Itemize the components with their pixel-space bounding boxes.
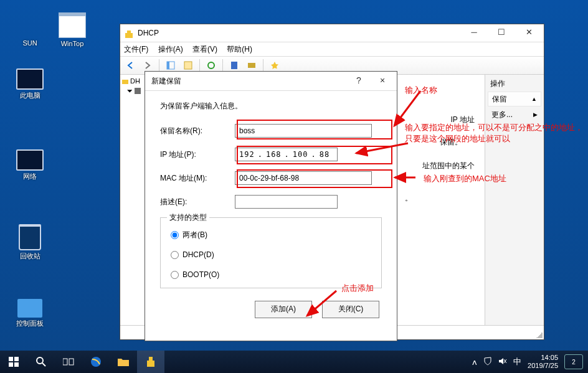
tray-security-icon[interactable] xyxy=(483,357,492,367)
tree-root: DH xyxy=(130,77,140,85)
label-mac-address: MAC 地址(M): xyxy=(160,173,235,184)
maximize-button[interactable]: ☐ xyxy=(488,25,515,41)
desktop-icon-label: 回收站 xyxy=(20,252,40,260)
svg-rect-1 xyxy=(127,31,131,33)
notification-center-button[interactable]: 2 xyxy=(564,354,583,369)
mac-address-input[interactable] xyxy=(235,171,372,185)
supported-types-group: 支持的类型 两者(B) DHCP(D) BOOTP(O) xyxy=(160,217,382,288)
desktop-icon-recycle-bin[interactable]: 回收站 xyxy=(11,224,49,261)
svg-rect-6 xyxy=(231,62,237,69)
windows-icon xyxy=(9,357,19,367)
close-button[interactable]: 关闭(C) xyxy=(322,301,379,318)
radio-both[interactable] xyxy=(171,231,179,239)
menu-help[interactable]: 帮助(H) xyxy=(227,45,252,54)
actions-pane: 操作 保留 ▲ 更多... ▶ xyxy=(485,75,544,328)
taskbar-explorer[interactable] xyxy=(110,351,137,373)
ip-octet-3[interactable]: 100 xyxy=(293,150,308,159)
menu-view[interactable]: 查看(V) xyxy=(192,45,217,54)
desktop-icon-control-panel[interactable]: 控制面板 xyxy=(11,299,49,328)
radio-both-label: 两者(B) xyxy=(183,230,207,240)
group-legend: 支持的类型 xyxy=(167,212,209,223)
taskbar: ʌ 中 14:05 2019/7/25 2 xyxy=(0,351,588,373)
new-reservation-dialog: 新建保留 ? × 为保留客户端输入信息。 保留名称(R): IP 地址(P): … xyxy=(145,71,397,341)
svg-rect-16 xyxy=(63,359,67,365)
svg-point-5 xyxy=(208,62,214,68)
ip-address-input[interactable]: 192. 168. 100. 88 xyxy=(235,148,338,161)
desktop-icon-network[interactable]: 网络 xyxy=(11,149,49,181)
nav-back-button[interactable] xyxy=(123,58,138,73)
svg-rect-9 xyxy=(135,88,141,94)
actions-item-reserve[interactable]: 保留 ▲ xyxy=(488,92,541,106)
ip-octet-4[interactable]: 88 xyxy=(320,150,330,159)
label-reservation-name: 保留名称(R): xyxy=(160,126,235,136)
ie-icon xyxy=(90,356,102,368)
tray-overflow-icon[interactable]: ʌ xyxy=(472,357,477,367)
desktop-icon-sun[interactable]: SUN xyxy=(11,12,49,47)
tree-expand-icon[interactable]: ⏷ xyxy=(126,87,133,95)
tray-ime-indicator[interactable]: 中 xyxy=(513,356,521,367)
start-button[interactable] xyxy=(0,351,27,373)
notification-count: 2 xyxy=(572,359,576,366)
dialog-close-button[interactable]: × xyxy=(371,73,394,89)
dialog-title: 新建保留 xyxy=(151,76,347,87)
menu-action[interactable]: 操作(A) xyxy=(158,45,183,54)
svg-rect-12 xyxy=(9,362,13,367)
task-view-icon xyxy=(63,357,74,366)
desktop-icon-label: 此电脑 xyxy=(20,92,40,99)
svg-rect-19 xyxy=(147,361,154,367)
search-icon xyxy=(36,356,47,367)
taskbar-dhcp-app[interactable] xyxy=(137,351,164,373)
server-icon xyxy=(135,88,141,94)
desktop-icon-wintop[interactable]: WinTop xyxy=(54,12,91,48)
radio-dhcp-label: DHCP(D) xyxy=(183,250,214,259)
svg-rect-3 xyxy=(167,62,169,69)
desktop-icon-this-pc[interactable]: 此电脑 xyxy=(11,68,49,100)
clock-date: 2019/7/25 xyxy=(528,362,558,370)
chevron-right-icon: ▶ xyxy=(533,108,538,121)
add-button[interactable]: 添加(A) xyxy=(255,301,312,318)
label-description: 描述(E): xyxy=(160,197,235,207)
svg-rect-20 xyxy=(149,357,153,361)
folder-icon xyxy=(59,12,86,38)
svg-rect-8 xyxy=(122,80,128,84)
task-view-button[interactable] xyxy=(55,351,82,373)
svg-point-18 xyxy=(91,357,101,367)
desktop-icon-label: 网络 xyxy=(23,172,37,180)
radio-bootp[interactable] xyxy=(171,271,179,279)
minimize-button[interactable]: ─ xyxy=(460,25,488,41)
menu-bar: 文件(F) 操作(A) 查看(V) 帮助(H) xyxy=(120,42,544,57)
actions-pane-title: 操作 xyxy=(488,77,541,90)
radio-bootp-label: BOOTP(O) xyxy=(183,270,219,279)
dialog-info-text: 为保留客户端输入信息。 xyxy=(160,101,382,111)
dialog-help-button[interactable]: ? xyxy=(347,73,371,89)
svg-rect-0 xyxy=(125,33,133,38)
close-button[interactable]: ✕ xyxy=(515,25,543,41)
radio-dhcp[interactable] xyxy=(171,251,179,259)
taskbar-ie[interactable] xyxy=(82,351,110,373)
expand-up-icon: ▲ xyxy=(531,92,537,106)
center-scope-text: 址范围中的某个 xyxy=(422,158,475,173)
taskbar-clock[interactable]: 14:05 2019/7/25 xyxy=(528,354,558,370)
dhcp-titlebar[interactable]: DHCP ─ ☐ ✕ xyxy=(120,24,544,42)
description-input[interactable] xyxy=(235,195,338,209)
dhcp-app-icon xyxy=(124,28,134,38)
svg-rect-10 xyxy=(9,357,13,361)
reservation-name-input[interactable] xyxy=(235,124,372,138)
svg-rect-7 xyxy=(248,63,255,68)
svg-rect-17 xyxy=(69,359,74,365)
center-reserve-text: 保留。 xyxy=(440,135,462,149)
actions-item-more[interactable]: 更多... ▶ xyxy=(488,108,541,121)
dialog-titlebar[interactable]: 新建保留 ? × xyxy=(145,72,397,91)
ip-octet-1[interactable]: 192 xyxy=(239,150,255,159)
desktop-icon-label: SUN xyxy=(22,39,37,47)
svg-rect-4 xyxy=(184,62,192,69)
control-panel-icon xyxy=(17,299,42,318)
svg-point-14 xyxy=(37,357,43,364)
desktop-icon-label: 控制面板 xyxy=(16,319,44,327)
search-button[interactable] xyxy=(27,351,55,373)
ip-octet-2[interactable]: 168 xyxy=(266,150,282,159)
svg-rect-11 xyxy=(14,357,19,361)
svg-line-15 xyxy=(42,363,45,366)
tray-volume-icon[interactable] xyxy=(498,357,507,367)
menu-file[interactable]: 文件(F) xyxy=(124,45,148,54)
